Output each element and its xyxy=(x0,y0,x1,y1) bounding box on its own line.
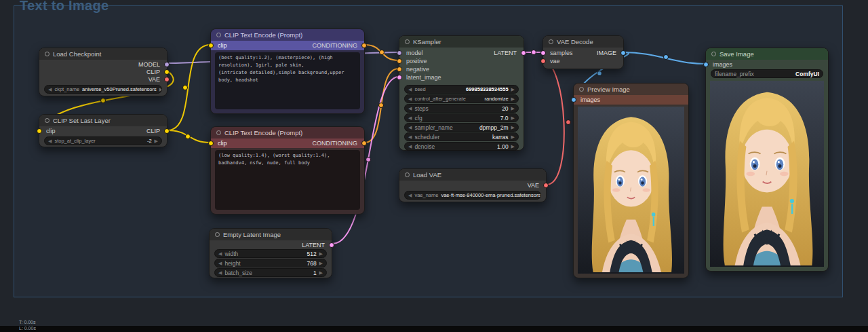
slot-row-clip-conditioning: clip CONDITIONING xyxy=(211,41,364,50)
node-header[interactable]: KSampler xyxy=(399,36,524,48)
prev-arrow-icon[interactable]: ◀ xyxy=(48,87,52,92)
collapse-icon[interactable] xyxy=(549,39,553,44)
collapse-icon[interactable] xyxy=(215,232,220,237)
model-slot-dot[interactable] xyxy=(164,62,170,67)
collapse-icon[interactable] xyxy=(216,130,221,135)
prev-arrow-icon[interactable]: ◀ xyxy=(218,251,222,256)
node-header[interactable]: CLIP Text Encode (Prompt) xyxy=(211,127,364,139)
node-load-vae[interactable]: Load VAE VAE ◀ vae_name vae-ft-mse-84000… xyxy=(399,168,547,202)
prev-arrow-icon[interactable]: ◀ xyxy=(408,96,412,101)
node-header[interactable]: Load Checkpoint xyxy=(39,48,167,60)
node-clip-set-last-layer[interactable]: CLIP Set Last Layer clip CLIP ◀ stop_at_… xyxy=(39,114,167,147)
next-arrow-icon[interactable]: ▶ xyxy=(319,261,323,265)
images-input-dot[interactable] xyxy=(571,97,576,103)
clip-slot-dot[interactable] xyxy=(164,69,170,75)
clip-input-dot[interactable] xyxy=(208,141,214,146)
images-input-dot[interactable] xyxy=(703,62,709,67)
node-header[interactable]: Empty Latent Image xyxy=(210,229,332,240)
steps-widget[interactable]: ◀ steps 20 ▶ xyxy=(404,104,519,113)
height-widget[interactable]: ◀ height 768 ▶ xyxy=(214,259,327,268)
clip-input-dot[interactable] xyxy=(208,43,214,48)
latent-output-dot[interactable] xyxy=(521,50,526,56)
next-arrow-icon[interactable]: ▶ xyxy=(511,115,515,120)
control-after-generate-widget[interactable]: ◀ control_after_generate randomize ▶ xyxy=(404,94,519,103)
widget-label: denoise xyxy=(414,143,435,150)
collapse-icon[interactable] xyxy=(45,118,50,123)
node-clip-text-encode-positive[interactable]: CLIP Text Encode (Prompt) clip CONDITION… xyxy=(210,29,365,114)
width-widget[interactable]: ◀ width 512 ▶ xyxy=(214,249,327,258)
negative-input-dot[interactable] xyxy=(397,67,402,72)
next-arrow-icon[interactable]: ▶ xyxy=(511,134,515,139)
samples-input-dot[interactable] xyxy=(540,50,546,56)
prev-arrow-icon[interactable]: ◀ xyxy=(218,270,222,275)
next-arrow-icon[interactable]: ▶ xyxy=(511,87,515,92)
filename-prefix-widget[interactable]: filename_prefix ComfyUI xyxy=(711,69,823,78)
sampler-name-widget[interactable]: ◀ sampler_name dpmpp_2m ▶ xyxy=(404,123,519,132)
vae-input-dot[interactable] xyxy=(540,58,546,64)
node-ksampler[interactable]: KSampler model LATENT positive negative … xyxy=(399,35,524,151)
node-canvas[interactable]: Text to Image Load C xyxy=(0,0,868,332)
prev-arrow-icon[interactable]: ◀ xyxy=(408,125,412,130)
next-arrow-icon[interactable]: ▶ xyxy=(159,87,162,92)
node-header[interactable]: Load VAE xyxy=(399,169,546,181)
node-header[interactable]: Save Image xyxy=(706,48,828,60)
clip-input-dot[interactable] xyxy=(37,128,42,134)
next-arrow-icon[interactable]: ▶ xyxy=(319,251,323,256)
collapse-icon[interactable] xyxy=(405,39,410,44)
prev-arrow-icon[interactable]: ◀ xyxy=(408,134,412,139)
conditioning-output-dot[interactable] xyxy=(361,141,367,146)
positive-prompt-textarea[interactable]: (best quality:1.2), (masterpiece), (high… xyxy=(215,52,360,109)
image-output-dot[interactable] xyxy=(620,50,626,56)
prev-arrow-icon[interactable]: ◀ xyxy=(408,106,412,111)
output-label-clip: CLIP xyxy=(146,69,160,75)
input-label-positive: positive xyxy=(406,58,427,64)
ckpt-name-widget[interactable]: ◀ ckpt_name aniverse_v50Pruned.safetenso… xyxy=(44,85,162,94)
next-arrow-icon[interactable]: ▶ xyxy=(155,139,158,143)
latent-image-input-dot[interactable] xyxy=(397,75,402,80)
collapse-icon[interactable] xyxy=(216,33,221,37)
prev-arrow-icon[interactable]: ◀ xyxy=(218,261,222,265)
stop-at-clip-layer-widget[interactable]: ◀ stop_at_clip_layer -2 ▶ xyxy=(44,136,162,145)
next-arrow-icon[interactable]: ▶ xyxy=(319,270,323,275)
model-input-dot[interactable] xyxy=(397,50,402,56)
node-save-image[interactable]: Save Image images filename_prefix ComfyU… xyxy=(705,48,829,272)
node-header[interactable]: VAE Decode xyxy=(543,36,623,48)
prev-arrow-icon[interactable]: ◀ xyxy=(408,144,412,149)
seed-widget[interactable]: ◀ seed 699858338534555 ▶ xyxy=(404,85,519,94)
collapse-icon[interactable] xyxy=(45,52,50,56)
scheduler-widget[interactable]: ◀ scheduler karras ▶ xyxy=(404,132,519,141)
node-empty-latent-image[interactable]: Empty Latent Image LATENT ◀ width 512 ▶ … xyxy=(209,228,332,278)
prev-arrow-icon[interactable]: ◀ xyxy=(408,193,412,198)
vae-slot-dot[interactable] xyxy=(164,77,170,82)
node-header[interactable]: Preview Image xyxy=(574,84,688,95)
latent-output-dot[interactable] xyxy=(329,242,334,248)
conditioning-output-dot[interactable] xyxy=(361,43,367,48)
prev-arrow-icon[interactable]: ◀ xyxy=(48,139,52,143)
batch-size-widget[interactable]: ◀ batch_size 1 ▶ xyxy=(214,268,327,277)
node-preview-image[interactable]: Preview Image images xyxy=(573,83,689,278)
vae-name-widget[interactable]: ◀ vae_name vae-ft-mse-840000-ema-pruned.… xyxy=(404,191,541,200)
collapse-icon[interactable] xyxy=(405,172,410,177)
prev-arrow-icon[interactable]: ◀ xyxy=(408,87,412,92)
output-label-image: IMAGE xyxy=(597,50,616,56)
vae-output-dot[interactable] xyxy=(543,183,549,188)
next-arrow-icon[interactable]: ▶ xyxy=(511,125,515,130)
negative-prompt-textarea[interactable]: (low quality:1.4), (worst quality:1.4), … xyxy=(215,150,360,210)
node-vae-decode[interactable]: VAE Decode samples IMAGE vae xyxy=(542,35,624,69)
next-arrow-icon[interactable]: ▶ xyxy=(511,106,515,111)
next-arrow-icon[interactable]: ▶ xyxy=(511,96,515,101)
node-load-checkpoint[interactable]: Load Checkpoint MODEL CLIP VAE ◀ ckpt_na… xyxy=(39,48,167,96)
group-title[interactable]: Text to Image xyxy=(20,0,108,14)
positive-input-dot[interactable] xyxy=(397,58,402,64)
node-header[interactable]: CLIP Text Encode (Prompt) xyxy=(211,29,364,41)
cfg-widget[interactable]: ◀ cfg 7.0 ▶ xyxy=(404,113,519,122)
collapse-icon[interactable] xyxy=(711,52,716,56)
node-header[interactable]: CLIP Set Last Layer xyxy=(39,115,167,126)
input-label-negative: negative xyxy=(406,66,429,73)
next-arrow-icon[interactable]: ▶ xyxy=(511,144,515,149)
prev-arrow-icon[interactable]: ◀ xyxy=(408,115,412,120)
denoise-widget[interactable]: ◀ denoise 1.00 ▶ xyxy=(404,142,519,151)
node-clip-text-encode-negative[interactable]: CLIP Text Encode (Prompt) clip CONDITION… xyxy=(210,126,365,215)
clip-output-dot[interactable] xyxy=(164,128,170,134)
collapse-icon[interactable] xyxy=(579,87,584,92)
